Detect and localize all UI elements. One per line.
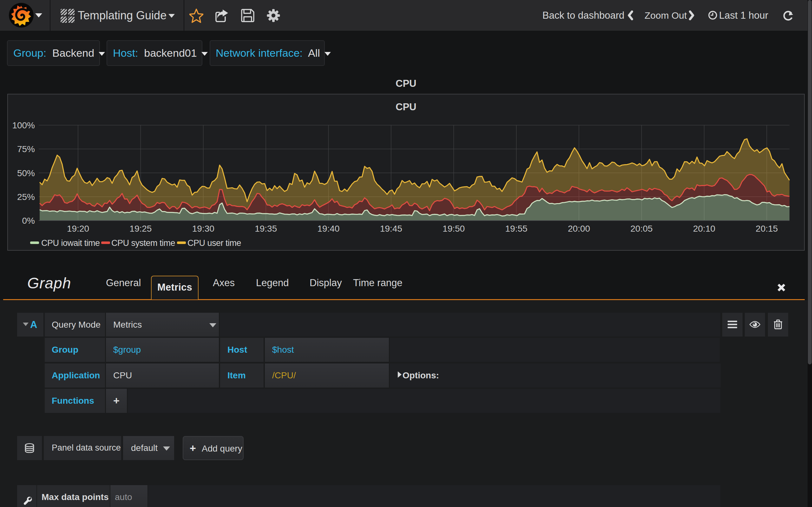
svg-text:19:30: 19:30 <box>192 224 214 233</box>
svg-text:19:20: 19:20 <box>67 224 89 233</box>
svg-text:25%: 25% <box>17 192 35 202</box>
svg-text:19:25: 19:25 <box>130 224 152 233</box>
svg-text:19:35: 19:35 <box>255 224 277 233</box>
svg-text:75%: 75% <box>17 144 35 154</box>
svg-text:20:10: 20:10 <box>693 224 715 233</box>
svg-text:CPU system time: CPU system time <box>111 238 175 248</box>
svg-text:19:40: 19:40 <box>317 224 340 233</box>
svg-text:19:50: 19:50 <box>443 224 465 233</box>
svg-text:50%: 50% <box>17 168 35 178</box>
svg-text:100%: 100% <box>12 120 35 130</box>
svg-text:19:55: 19:55 <box>505 224 527 233</box>
svg-text:0%: 0% <box>22 216 35 226</box>
svg-text:20:15: 20:15 <box>756 224 778 233</box>
svg-text:20:05: 20:05 <box>630 224 653 233</box>
svg-text:CPU iowait time: CPU iowait time <box>41 238 100 248</box>
svg-text:20:00: 20:00 <box>568 224 590 233</box>
svg-text:CPU user time: CPU user time <box>188 238 241 248</box>
svg-text:19:45: 19:45 <box>380 224 402 233</box>
